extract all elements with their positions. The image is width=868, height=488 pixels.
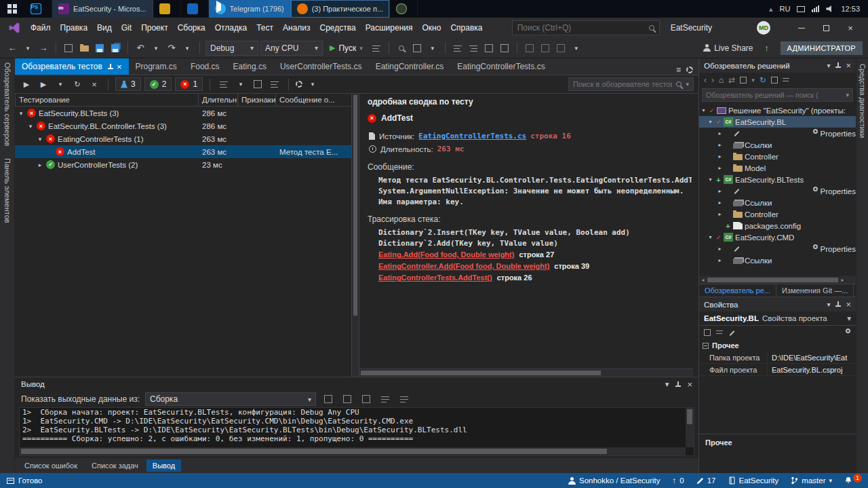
properties-object-dropdown[interactable]: EatSecurity.BL Свойства проекта xyxy=(699,312,856,326)
expander-icon[interactable] xyxy=(18,110,24,117)
notifications[interactable]: 1 xyxy=(838,473,868,488)
tool-window-tab[interactable]: Панель элементов xyxy=(3,158,12,223)
stack-frame-link[interactable]: Eating.Add(Food food, Double weight) xyxy=(378,250,514,259)
expander-icon[interactable] xyxy=(717,188,723,194)
close-icon[interactable] xyxy=(846,299,851,309)
menu-item[interactable]: Файл xyxy=(26,20,56,35)
tree-item[interactable]: packages.config xyxy=(699,220,856,231)
tree-item[interactable]: Model xyxy=(699,162,856,174)
window-position-icon[interactable] xyxy=(827,301,830,308)
expander-icon[interactable] xyxy=(717,130,723,136)
sync-with-active-document-icon[interactable] xyxy=(728,75,735,85)
outdent-icon[interactable] xyxy=(467,41,480,56)
chevron-down-icon[interactable] xyxy=(149,41,163,56)
open-file-icon[interactable] xyxy=(77,41,91,56)
branch-selector[interactable]: master xyxy=(785,473,838,488)
gear-icon[interactable] xyxy=(686,67,693,73)
word-wrap-icon[interactable] xyxy=(397,392,411,407)
tree-item[interactable]: EatSecurity.CMD xyxy=(699,231,856,243)
repository-selector[interactable]: EatSecurity xyxy=(722,473,785,488)
property-row[interactable]: Файл проекта EatSecurity.BL.csproj xyxy=(699,364,856,376)
document-tab[interactable]: Eating.cs xyxy=(226,58,273,75)
expander-icon[interactable] xyxy=(37,162,43,168)
menu-item[interactable]: Анализ xyxy=(278,20,315,35)
test-settings-gear-icon[interactable] xyxy=(296,81,302,88)
account-avatar[interactable]: MD xyxy=(757,21,770,35)
alphabetical-view-icon[interactable] xyxy=(716,329,723,336)
test-row[interactable]: EatingControllerTests (1) 263 мс xyxy=(15,132,351,145)
window-position-icon[interactable] xyxy=(665,379,669,389)
expander-icon[interactable] xyxy=(707,119,713,125)
tree-item[interactable]: EatSecurity.BLTests xyxy=(699,174,856,185)
menu-item[interactable]: Средства xyxy=(315,20,361,35)
maximize-button[interactable] xyxy=(814,18,838,38)
pin-icon[interactable] xyxy=(675,381,681,388)
output-horizontal-scrollbar[interactable] xyxy=(20,447,686,455)
tree-item[interactable]: Properties xyxy=(699,243,856,255)
background-tasks-icon[interactable] xyxy=(7,478,14,484)
save-all-icon[interactable] xyxy=(108,41,122,56)
chevron-down-icon[interactable] xyxy=(306,77,319,92)
categorized-view-icon[interactable] xyxy=(704,329,711,336)
test-search[interactable] xyxy=(568,77,694,91)
close-icon[interactable] xyxy=(846,60,851,71)
property-category[interactable]: Прочее xyxy=(699,339,856,352)
close-icon[interactable] xyxy=(117,62,122,72)
taskbar-app[interactable] xyxy=(390,0,418,18)
scrollbar-thumb[interactable] xyxy=(353,95,357,316)
pending-edits[interactable]: 17 xyxy=(690,473,722,488)
quick-search-input[interactable] xyxy=(517,23,644,33)
tree-item[interactable]: Controller xyxy=(699,208,856,220)
document-tab[interactable]: EatingController.cs xyxy=(369,58,451,75)
language-indicator[interactable]: RU xyxy=(780,5,791,13)
tool-window-tab[interactable]: Средства диагностики xyxy=(859,64,867,138)
playlist-icon[interactable] xyxy=(217,77,231,92)
test-list-scrollbar[interactable] xyxy=(351,94,359,377)
next-message-icon[interactable] xyxy=(359,392,373,407)
group-by-icon[interactable] xyxy=(251,77,264,92)
test-row[interactable]: EatSecurity.BLTests (3) 286 мс xyxy=(15,107,351,119)
test-row[interactable]: AddTest 263 мс Метод теста Е... xyxy=(15,145,351,158)
document-list-icon[interactable] xyxy=(676,65,681,75)
expander-icon[interactable] xyxy=(717,153,723,159)
expander-icon[interactable] xyxy=(717,200,723,206)
cancel-run-icon[interactable] xyxy=(87,77,101,92)
hierarchy-icon[interactable] xyxy=(268,77,281,92)
pin-icon[interactable] xyxy=(107,64,113,70)
solution-horizontal-scrollbar[interactable] xyxy=(699,276,856,284)
expander-icon[interactable] xyxy=(717,211,723,217)
live-share-button[interactable]: Live Share xyxy=(703,43,753,53)
hidden-icons-chevron[interactable] xyxy=(769,5,773,14)
test-search-input[interactable] xyxy=(573,80,672,88)
test-row[interactable]: EatSecurity.BL.Controller.Tests (3) 286 … xyxy=(15,119,351,132)
solution-search-input[interactable] xyxy=(706,91,843,99)
clear-all-icon[interactable] xyxy=(378,392,392,407)
tree-item[interactable]: Properties xyxy=(699,128,856,139)
quick-search[interactable] xyxy=(512,20,660,35)
scrollbar-thumb[interactable] xyxy=(687,409,692,424)
expander-icon[interactable] xyxy=(717,142,723,148)
configuration-dropdown[interactable]: Debug xyxy=(205,41,258,56)
menu-item[interactable]: Расширения xyxy=(361,20,418,35)
expander-icon[interactable] xyxy=(701,107,707,113)
go-to-message-icon[interactable] xyxy=(321,392,335,407)
stack-frame-link[interactable]: EatingControllerTests.AddTest() xyxy=(378,274,492,282)
chevron-down-icon[interactable] xyxy=(180,41,194,56)
tool-window-tab[interactable]: Обозреватель ре... xyxy=(699,284,776,297)
new-file-icon[interactable] xyxy=(62,41,75,56)
detail-horizontal-scrollbar[interactable] xyxy=(359,369,693,377)
expander-icon[interactable] xyxy=(707,234,713,240)
menu-item[interactable]: Сборка xyxy=(173,20,210,35)
tree-item[interactable]: Ссылки xyxy=(699,139,856,151)
scrollbar-thumb[interactable] xyxy=(361,371,601,375)
run-all-tests-icon[interactable] xyxy=(20,77,33,92)
forward-icon[interactable] xyxy=(711,75,714,85)
tool-window-tab[interactable]: Изменения Git —... xyxy=(776,284,854,297)
failed-tests-filter[interactable]: 1 xyxy=(175,77,203,91)
platform-dropdown[interactable]: Any CPU xyxy=(260,41,323,56)
clock[interactable]: 12:53 xyxy=(841,5,860,13)
tree-item[interactable]: Ссылки xyxy=(699,197,856,208)
comment-icon[interactable] xyxy=(482,41,496,56)
menu-item[interactable]: Git xyxy=(117,20,136,35)
menu-item[interactable]: Отладка xyxy=(210,20,252,35)
